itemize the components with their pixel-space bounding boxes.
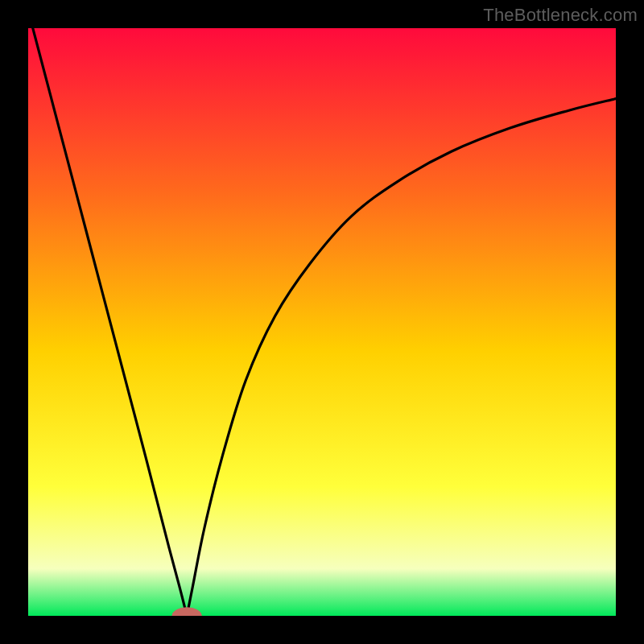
chart-frame [28,28,616,616]
gradient-background [28,28,616,616]
bottleneck-chart [28,28,616,616]
watermark-text: TheBottleneck.com [483,5,638,26]
